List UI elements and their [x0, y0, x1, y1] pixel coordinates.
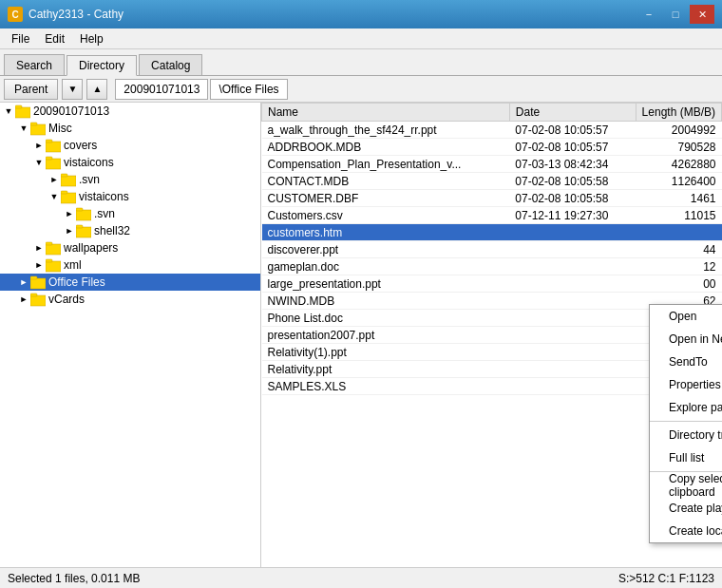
- svg-rect-8: [61, 176, 76, 186]
- context-menu: Open Open in New Window SendTo ► Propert…: [649, 304, 722, 543]
- tree-shell32[interactable]: ► shell32: [0, 222, 260, 239]
- table-row[interactable]: gameplan.doc12: [262, 258, 722, 275]
- tree-covers[interactable]: ► covers: [0, 137, 260, 154]
- file-date: [509, 361, 636, 378]
- file-date: [509, 344, 636, 361]
- table-row[interactable]: a_walk_through_the_sf424_rr.ppt07-02-08 …: [262, 122, 722, 139]
- tree-vistaicons[interactable]: ▼ vistaicons: [0, 154, 260, 171]
- tree-toggle-wallpapers[interactable]: ►: [32, 241, 46, 255]
- path-root[interactable]: 200901071013: [115, 79, 208, 100]
- file-size: 790528: [636, 139, 721, 156]
- ctx-sendto-label: SendTo: [669, 355, 708, 369]
- col-length[interactable]: Length (MB/B): [636, 104, 721, 122]
- table-row[interactable]: ADDRBOOK.MDB07-02-08 10:05:57790528: [262, 139, 722, 156]
- table-row[interactable]: CUSTOMER.DBF07-02-08 10:05:581461: [262, 190, 722, 207]
- file-date: 07-12-11 19:27:30: [509, 207, 636, 224]
- folder-icon-xml: [46, 257, 61, 273]
- status-left: Selected 1 files, 0.011 MB: [8, 572, 140, 585]
- tree-misc-label: Misc: [48, 122, 72, 135]
- tree-toggle-misc[interactable]: ▼: [17, 122, 30, 135]
- maximize-button[interactable]: □: [663, 5, 688, 24]
- col-name[interactable]: Name: [262, 104, 510, 122]
- ctx-full-list[interactable]: Full list: [650, 446, 722, 469]
- tree-toggle-vistaicons[interactable]: ▼: [32, 156, 46, 169]
- file-name: customers.htm: [262, 224, 510, 241]
- minimize-button[interactable]: −: [636, 5, 661, 24]
- tab-catalog[interactable]: Catalog: [139, 54, 202, 75]
- tree-wallpapers[interactable]: ► wallpapers: [0, 239, 260, 256]
- file-size: 00: [636, 275, 721, 293]
- tree-xml-label: xml: [64, 258, 82, 272]
- tree-toggle-root[interactable]: ▼: [2, 104, 15, 118]
- tree-root[interactable]: ▼ 200901071013: [0, 103, 260, 120]
- svg-rect-5: [46, 140, 52, 142]
- path-folder[interactable]: \Office Files: [210, 79, 287, 100]
- file-size: 2004992: [636, 122, 721, 139]
- menu-help[interactable]: Help: [72, 28, 111, 49]
- close-button[interactable]: ✕: [690, 5, 714, 24]
- table-row[interactable]: large_presentation.ppt00: [262, 275, 722, 293]
- tree-vistaicons2-label: vistaicons: [79, 190, 129, 203]
- tree-panel: ▼ 200901071013 ▼ Misc ► covers: [0, 103, 261, 567]
- status-right: S:>512 C:1 F:1123: [618, 572, 714, 585]
- ctx-copy-rows[interactable]: Copy selected rows to the clipboard ►: [650, 474, 722, 497]
- svg-rect-20: [30, 278, 46, 289]
- file-name: Compensation_Plan_Presentation_v...: [262, 156, 510, 173]
- svg-rect-13: [76, 208, 83, 211]
- svg-rect-4: [46, 142, 61, 152]
- table-row[interactable]: Customers.csv07-12-11 19:27:3011015: [262, 207, 722, 224]
- table-row[interactable]: Compensation_Plan_Presentation_v...07-03…: [262, 156, 722, 173]
- file-name: discoverer.ppt: [262, 241, 510, 258]
- col-date[interactable]: Date: [509, 104, 636, 122]
- file-name: Relativity(1).ppt: [262, 344, 510, 361]
- file-name: Customers.csv: [262, 207, 510, 224]
- menu-edit[interactable]: Edit: [37, 28, 72, 49]
- ctx-properties[interactable]: Properties: [650, 373, 722, 396]
- file-date: [509, 293, 636, 310]
- tree-xml[interactable]: ► xml: [0, 256, 260, 274]
- folder-icon-root: [15, 104, 30, 119]
- nav-up-button[interactable]: ▲: [86, 79, 107, 100]
- table-row[interactable]: CONTACT.MDB07-02-08 10:05:581126400: [262, 173, 722, 190]
- svg-rect-14: [76, 227, 91, 237]
- tree-svn1[interactable]: ► .svn: [0, 171, 260, 188]
- tree-toggle-covers[interactable]: ►: [32, 139, 46, 152]
- ctx-dir-tree-list[interactable]: Directory tree list: [650, 424, 722, 446]
- ctx-sendto[interactable]: SendTo ►: [650, 351, 722, 373]
- svg-rect-21: [30, 276, 37, 279]
- svg-rect-3: [30, 123, 37, 125]
- file-date: [509, 378, 636, 395]
- tree-toggle-vcards[interactable]: ►: [17, 293, 30, 306]
- tree-toggle-vistaicons2[interactable]: ▼: [48, 190, 61, 203]
- table-row[interactable]: discoverer.ppt44: [262, 241, 722, 258]
- tree-office-files[interactable]: ► Office Files: [0, 274, 260, 291]
- file-date: [509, 224, 636, 241]
- parent-button[interactable]: Parent: [4, 79, 58, 100]
- tree-vcards[interactable]: ► vCards: [0, 291, 260, 308]
- statusbar: Selected 1 files, 0.011 MB S:>512 C:1 F:…: [0, 567, 722, 588]
- tree-toggle-svn1[interactable]: ►: [48, 173, 61, 186]
- tree-toggle-svn2[interactable]: ►: [63, 207, 76, 220]
- table-row[interactable]: customers.htm: [262, 224, 722, 241]
- tree-svn2[interactable]: ► .svn: [0, 205, 260, 222]
- main-area: ▼ 200901071013 ▼ Misc ► covers: [0, 103, 722, 567]
- path-display: 200901071013 \Office Files: [115, 79, 718, 100]
- tree-toggle-office[interactable]: ►: [17, 275, 30, 289]
- tab-directory[interactable]: Directory: [66, 55, 137, 76]
- svg-rect-0: [15, 107, 30, 118]
- tree-misc[interactable]: ▼ Misc: [0, 120, 260, 137]
- menu-file[interactable]: File: [4, 28, 37, 49]
- ctx-local-playlist[interactable]: Create local playlists (m3u): [650, 520, 722, 542]
- tree-vistaicons2[interactable]: ▼ vistaicons: [0, 188, 260, 205]
- ctx-open-new-window[interactable]: Open in New Window: [650, 328, 722, 351]
- tree-vistaicons-label: vistaicons: [64, 156, 114, 169]
- tree-toggle-xml[interactable]: ►: [32, 258, 46, 272]
- ctx-explore-parent[interactable]: Explore parent directory: [650, 396, 722, 419]
- tree-vcards-label: vCards: [48, 293, 85, 306]
- ctx-open[interactable]: Open: [650, 305, 722, 328]
- tabbar: Search Directory Catalog: [0, 49, 722, 76]
- tab-search[interactable]: Search: [4, 54, 65, 75]
- nav-down-button[interactable]: ▼: [62, 79, 83, 100]
- tree-toggle-shell32[interactable]: ►: [63, 224, 76, 237]
- ctx-playlist-m3u[interactable]: Create playlist (m3u): [650, 497, 722, 520]
